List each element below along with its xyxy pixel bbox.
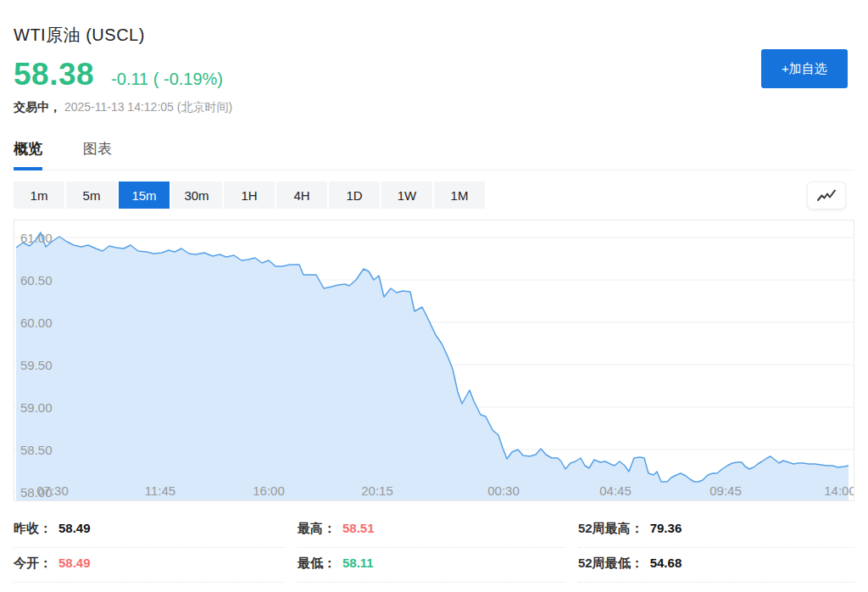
stat-value: 58.11 (342, 556, 374, 570)
timeframe-chip-1H[interactable]: 1H (224, 182, 275, 209)
tab-overview[interactable]: 概览 (14, 139, 42, 170)
x-axis-label: 07:30 (36, 483, 69, 498)
stat-cell: 昨收：58.49 (14, 513, 284, 548)
price-chart-svg: 61.0060.5060.0059.5059.0058.5058.0007:30… (14, 221, 854, 500)
stat-cell: 最高：58.51 (298, 513, 565, 548)
tab-bar: 概览图表 (14, 139, 854, 170)
stat-label: 52周最高： (578, 521, 643, 537)
range-row: 1m5m15m30m1H4H1D1W1M (14, 182, 854, 209)
x-axis-label: 16:00 (253, 483, 285, 498)
stat-value: 58.49 (58, 521, 91, 535)
price-area-fill (16, 232, 849, 500)
stat-value: 58.51 (342, 521, 375, 535)
timeframe-chip-30m[interactable]: 30m (171, 182, 222, 209)
quote-page: WTI原油 (USCL) 58.38 -0.11 ( -0.19%) 交易中， … (0, 0, 868, 583)
y-axis-label: 58.50 (20, 443, 53, 457)
stat-label: 最低： (298, 556, 336, 572)
timeframe-chip-4H[interactable]: 4H (276, 182, 327, 209)
stat-cell: 52周最低：54.68 (578, 548, 854, 583)
y-axis-label: 59.00 (20, 400, 53, 415)
x-axis-label: 04:45 (599, 483, 632, 498)
tab-chart[interactable]: 图表 (83, 139, 112, 170)
stat-value: 54.68 (650, 556, 682, 570)
timeframe-chip-1W[interactable]: 1W (381, 182, 432, 209)
timeframe-chip-5m[interactable]: 5m (66, 182, 117, 209)
timeframe-chip-15m[interactable]: 15m (119, 182, 170, 209)
last-price: 58.38 (14, 57, 94, 92)
stat-value: 79.36 (650, 521, 682, 535)
x-axis-label: 11:45 (145, 483, 175, 498)
y-axis-label: 59.50 (20, 358, 53, 372)
x-axis-label: 14:00 (824, 483, 854, 498)
stat-label: 52周最低： (578, 556, 643, 572)
stat-cell: 52周最高：79.36 (578, 513, 854, 548)
instrument-title: WTI原油 (USCL) (14, 0, 854, 47)
timeframe-chip-1m[interactable]: 1m (14, 182, 64, 209)
stat-label: 昨收： (14, 521, 52, 537)
price-chart[interactable]: 61.0060.5060.0059.5059.0058.5058.0007:30… (14, 220, 854, 501)
add-watchlist-button[interactable]: +加自选 (761, 49, 848, 88)
chart-type-button[interactable] (807, 182, 846, 209)
price-row: 58.38 -0.11 ( -0.19%) (14, 57, 854, 92)
stat-cell: 今开：58.49 (14, 548, 284, 583)
trading-status: 交易中， 2025-11-13 14:12:05 (北京时间) (14, 100, 854, 115)
x-axis-label: 20:15 (361, 483, 393, 498)
y-axis-label: 61.00 (20, 231, 53, 245)
stats-grid: 昨收：58.49最高：58.5152周最高：79.36今开：58.49最低：58… (14, 513, 854, 583)
line-chart-icon (815, 188, 837, 204)
trading-status-label: 交易中， (14, 100, 61, 114)
timeframe-chip-1D[interactable]: 1D (329, 182, 380, 209)
quote-timestamp: 2025-11-13 14:12:05 (北京时间) (64, 100, 232, 114)
stat-label: 最高： (298, 521, 336, 537)
timeframe-chips: 1m5m15m30m1H4H1D1W1M (14, 182, 485, 209)
x-axis-label: 00:30 (487, 483, 520, 498)
stat-label: 今开： (14, 556, 52, 572)
y-axis-label: 60.00 (20, 316, 53, 330)
price-change: -0.11 ( -0.19%) (111, 70, 223, 89)
y-axis-label: 60.50 (20, 273, 53, 288)
timeframe-chip-1M[interactable]: 1M (434, 182, 485, 209)
stat-value: 58.49 (58, 556, 91, 570)
stat-cell: 最低：58.11 (298, 548, 565, 583)
x-axis-label: 09:45 (709, 483, 742, 498)
